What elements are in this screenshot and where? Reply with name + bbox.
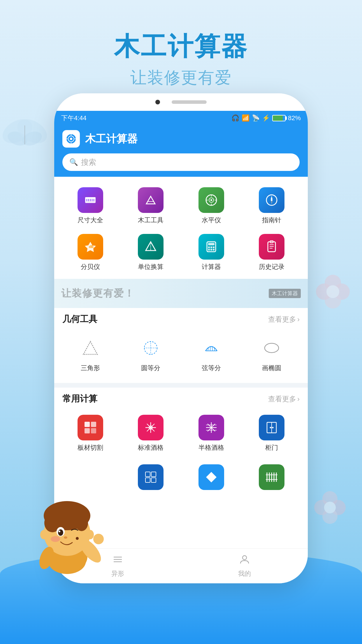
svg-marker-91	[206, 472, 217, 482]
biaozhun-icon-box	[138, 415, 164, 440]
svg-point-17	[70, 138, 72, 140]
grid-icon-box	[138, 464, 164, 490]
svg-point-67	[265, 343, 279, 353]
tool-grid-blue[interactable]	[121, 460, 181, 495]
circle-div-label: 圆等分	[141, 364, 160, 372]
main-title: 木工计算器	[0, 29, 362, 64]
svg-rect-68	[85, 422, 90, 427]
tool-mugang[interactable]: 木工工具	[121, 183, 181, 229]
svg-marker-39	[271, 201, 273, 204]
tool-compass[interactable]: 指南针	[242, 183, 302, 229]
ellipse-label: 画椭圆	[262, 364, 281, 372]
tool-calculator[interactable]: 计算器	[181, 229, 242, 276]
geo-ellipse[interactable]: 画椭圆	[242, 330, 302, 377]
svg-rect-87	[145, 472, 150, 477]
flower-decoration-right	[304, 262, 362, 321]
danwei-icon-box	[138, 234, 164, 260]
fenbeiyi-icon-box: dB	[78, 234, 103, 260]
geo-more-btn[interactable]: 查看更多 ›	[268, 315, 300, 324]
guimen-label: 柜门	[265, 443, 278, 452]
svg-rect-23	[85, 197, 96, 199]
tool-bange[interactable]: 半格酒格	[181, 410, 242, 457]
svg-point-111	[59, 531, 60, 532]
chord-icon-box	[198, 335, 224, 361]
svg-rect-70	[85, 428, 90, 433]
signal-icon: 📡	[252, 114, 260, 122]
biaozhun-label: 标准酒格	[138, 443, 164, 452]
chevron-right-icon: ›	[297, 315, 300, 323]
svg-rect-90	[151, 478, 156, 482]
svg-point-108	[75, 515, 88, 531]
flower-decoration-bottom	[304, 481, 356, 534]
diamond-icon-box	[198, 464, 224, 490]
svg-marker-58	[83, 342, 97, 354]
phone-speaker	[172, 100, 207, 104]
calc-more-btn[interactable]: 查看更多 ›	[268, 394, 300, 404]
geo-circle-div[interactable]: 圆等分	[121, 330, 181, 377]
geo-triangle[interactable]: 三角形	[60, 330, 121, 377]
search-placeholder: 搜索	[81, 157, 96, 167]
tool-diamond[interactable]	[181, 460, 242, 495]
bancai-icon-box	[78, 415, 103, 440]
status-icons: 🎧 📶 📡 ⚡ 82%	[231, 114, 301, 122]
battery-tip	[286, 116, 287, 120]
tool-danweihuan[interactable]: 单位换算	[121, 229, 181, 276]
compass-icon-box	[259, 187, 284, 213]
guimen-icon-box	[259, 415, 284, 440]
svg-point-112	[64, 536, 67, 539]
geo-grid: 三角形 圆等分	[54, 328, 308, 385]
promo-banner[interactable]: 让装修更有爱！ 木工计算器	[54, 279, 308, 308]
banner-tag: 木工计算器	[269, 289, 301, 298]
bange-icon-box	[198, 415, 224, 440]
bange-label: 半格酒格	[198, 443, 224, 452]
svg-point-110	[58, 529, 63, 536]
circle-div-icon-box	[138, 335, 164, 361]
search-container: 🔍 搜索	[54, 153, 308, 177]
tool-fence[interactable]	[242, 460, 302, 495]
chici-icon-box	[78, 187, 103, 213]
svg-rect-49	[213, 246, 215, 248]
calc-more-label: 查看更多	[268, 394, 296, 404]
shuipingyi-icon-box	[198, 187, 224, 213]
top-icon-grid: 尺寸大全 木工工具	[54, 177, 308, 279]
calc-label: 计算器	[202, 262, 221, 271]
tool-guimen[interactable]: 柜门	[242, 410, 302, 457]
calc-section-header: 常用计算 查看更多 ›	[54, 388, 308, 407]
geo-chord[interactable]: 弦等分	[181, 330, 242, 377]
svg-text:dB: dB	[89, 245, 94, 249]
geo-more-label: 查看更多	[268, 315, 296, 324]
triangle-icon-box	[78, 335, 103, 361]
svg-rect-88	[151, 472, 156, 477]
triangle-label: 三角形	[81, 364, 100, 372]
calc-grid: 板材切割 标准酒格	[54, 407, 308, 460]
banner-text: 让装修更有爱！	[61, 287, 135, 300]
calc-icon-box	[198, 234, 224, 260]
svg-rect-89	[145, 478, 150, 482]
tool-shuipingyi[interactable]: 水平仪	[181, 183, 242, 229]
svg-line-65	[212, 346, 212, 351]
mugang-label: 木工工具	[138, 216, 164, 225]
svg-point-118	[40, 530, 47, 539]
tool-fenbeyi[interactable]: dB 分贝仪	[60, 229, 121, 276]
phone-top-bar	[54, 93, 308, 111]
tool-chicundaquan[interactable]: 尺寸大全	[60, 183, 121, 229]
bolt-icon: ⚡	[262, 114, 270, 122]
svg-point-113	[51, 536, 60, 542]
svg-point-9	[326, 285, 339, 298]
history-icon-box	[259, 234, 284, 260]
cartoon-character	[17, 475, 117, 586]
svg-line-64	[210, 346, 210, 351]
calc-chevron-icon: ›	[297, 395, 300, 403]
fenbeiyi-label: 分贝仪	[81, 262, 100, 271]
svg-point-116	[93, 534, 104, 544]
svg-point-114	[76, 537, 79, 540]
section-divider	[54, 385, 308, 388]
sub-title: 让装修更有爱	[0, 67, 362, 89]
geo-title: 几何工具	[62, 313, 97, 325]
tool-bancai[interactable]: 板材切割	[60, 410, 121, 457]
svg-rect-47	[208, 246, 210, 248]
shuipingyi-label: 水平仪	[202, 216, 221, 225]
search-bar[interactable]: 🔍 搜索	[62, 153, 300, 171]
tool-biaozhun[interactable]: 标准酒格	[121, 410, 181, 457]
tool-history[interactable]: 历史记录	[242, 229, 302, 276]
